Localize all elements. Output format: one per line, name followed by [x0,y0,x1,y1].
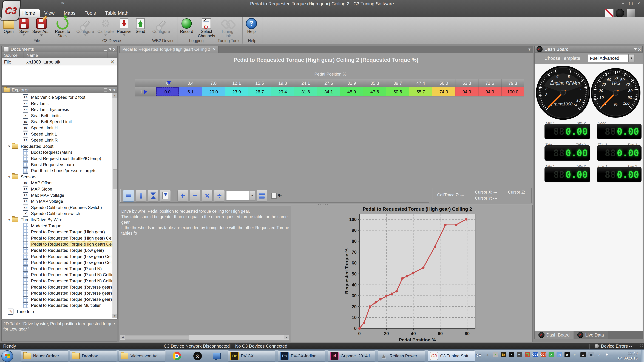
expand-chevron-icon[interactable]: ∨ [8,144,10,148]
taskbar-folder-neuer-ordner[interactable]: Neuer Ordner [21,351,68,362]
explorer-close-icon[interactable]: x [113,88,116,92]
taskbar-app-c3-tuning-soft-[interactable]: C3C3 Tuning Soft... [428,351,475,362]
tree-item[interactable]: 1:0Seat Belt Speed Limit [23,119,73,125]
tree-item[interactable]: 1:0MAP Slope [23,186,53,192]
column-header-63.8[interactable]: 63.8 [455,79,478,87]
value-cell-15.5[interactable]: 26.7 [248,87,271,96]
column-header-27.6[interactable]: 27.6 [317,79,340,87]
tree-item[interactable]: Modeled Torque [23,223,62,229]
receive-button[interactable]: Receive [116,18,133,36]
taskbar-app-pv-cx[interactable]: BrPV CX [228,351,275,362]
taskbar-folder-videos-von-ad-[interactable]: Videos von Ad... [118,351,166,362]
tree-item[interactable]: Boost Request vs baro [23,162,75,168]
record-button[interactable]: Record [178,18,195,34]
creative-cloud-icon[interactable]: ∞ [517,352,522,358]
explorer-restore-icon[interactable] [104,88,107,91]
tree-item[interactable]: Pedal to Requested Torque (High gear) Ce… [23,235,112,241]
explorer-pin-icon[interactable] [110,89,111,91]
multiply-button[interactable]: × [202,190,212,202]
quick-access-icon[interactable]: ≡▾ [60,1,66,5]
tree-item[interactable]: 1:0Min MAP voltage [23,198,64,204]
tree-item[interactable]: 1:0Speedo Calibration (Requires Switch) [23,205,103,211]
add-button[interactable]: + [178,190,188,202]
tree-item[interactable]: 1:0Speed Limit H [23,125,59,131]
tree-item[interactable]: ∨Sensors [8,174,37,180]
scroll-down-icon[interactable]: ▼ [112,314,117,318]
chrome-icon[interactable] [173,352,181,360]
hscrollbar-thumb[interactable] [125,335,189,340]
save-as--button[interactable]: Save As... [32,18,51,36]
start-button[interactable] [2,350,13,362]
tree-item[interactable]: 1:0MAP Offset [23,180,54,186]
tree-item[interactable]: Boost Request (post throttle/IC temp) [23,156,102,162]
column-header-24.1[interactable]: 24.1 [294,79,317,87]
fill-down-button[interactable] [160,190,171,202]
tree-item[interactable]: 1:0Speed Limit R [23,137,59,143]
interpolate-2d-button[interactable] [148,190,158,202]
web-chart-icon[interactable] [605,9,614,17]
value-cell-27.6[interactable]: 34.1 [317,87,340,96]
tree-item[interactable]: Pedal to Requested Torque (Reverse gear)… [23,296,112,302]
tree-item[interactable]: Pedal to Requested Torque (Low gear) [23,247,105,253]
tree-item[interactable]: 1:0Max MAP voltage [23,192,65,198]
value-cell-7.8[interactable]: 20.0 [202,87,225,96]
column-header-79.3[interactable]: 79.3 [501,79,524,87]
web-gauge-icon[interactable] [616,9,624,17]
column-header-3.4[interactable]: 3.4 [179,79,202,87]
tree-item[interactable]: ✓Speedo Calibration switch [23,211,81,217]
documents-close-icon[interactable]: x [113,47,116,51]
c3-logo-icon[interactable]: C3 [0,0,21,20]
percent-toggle[interactable]: % [271,193,282,199]
interpolate-horizontal-button[interactable] [123,190,134,202]
dashboard-close-icon[interactable]: x [638,47,641,51]
value-combo-input[interactable]: ▼ [226,191,255,200]
dual-display-icon[interactable]: ❐ [525,352,530,358]
tree-item[interactable]: Pedal to Requested Torque (Reverse gear) [23,284,112,290]
send-button[interactable]: Send [133,18,148,34]
menu-tab-tools[interactable]: Tools [80,9,100,17]
save-button[interactable]: Save [16,18,32,36]
value-cell-35.3[interactable]: 47.8 [363,87,386,96]
description-hscrollbar[interactable]: ◀ ▶ [120,335,289,340]
scroll-right-icon[interactable]: ▶ [284,335,289,339]
column-header-15.5[interactable]: 15.5 [248,79,271,87]
reset-to-stock-button[interactable]: Reset to Stock [51,18,74,38]
value-cell-39.7[interactable]: 50.6 [386,87,409,96]
tree-item[interactable]: Pedal to Requested Torque (P and N) Ceil… [23,278,112,284]
column-header-7.8[interactable]: 7.8 [202,79,225,87]
value-cell-3.4[interactable]: 5.1 [179,87,202,96]
document-tab[interactable]: Pedal to Requested Torque (High gear) Ce… [120,46,218,53]
network-status-icon[interactable]: ▣ [588,352,594,358]
cc4-icon[interactable]: CC4 [540,352,546,358]
expand-chevron-icon[interactable]: ∨ [8,218,10,222]
sync-ok-icon[interactable]: ✓ [548,352,554,358]
taskbar-app-gripone-2014-i-[interactable]: IdGripone_2014.i... [328,351,375,362]
media-player-icon[interactable]: ⊘ [193,352,202,360]
tree-item[interactable]: 1:0Max Vehicle Speed for 2 foot [23,94,86,100]
value-cell-31.9[interactable]: 45.9 [340,87,363,96]
tree-item[interactable]: ∨Requested Boost [8,143,54,149]
action-center-icon[interactable]: ⚑ [604,352,610,358]
close-button[interactable]: × [635,1,642,6]
tree-item[interactable]: Pedal to Requested Torque (Low gear) Cei… [23,254,112,260]
combo-dropdown-icon[interactable]: ▼ [249,191,255,200]
value-cell-19.8[interactable]: 29.4 [271,87,294,96]
column-header-19.8[interactable]: 19.8 [271,79,294,87]
scrollbar-thumb[interactable] [112,169,117,189]
adobe-bridge-tray-icon[interactable]: Br [501,352,506,358]
percent-checkbox[interactable] [271,193,276,199]
tree-item[interactable]: ✓Seat Belt Limits [23,113,62,119]
taskbar-app-reflash-power-[interactable]: ▲Reflash Power ... [378,351,425,362]
row-header[interactable]: 1 [135,87,156,96]
device-icon[interactable] [627,9,635,17]
tree-item[interactable]: Pedal to Requested Torque (High gear) [23,229,106,235]
column-header-56.0[interactable]: 56.0 [432,79,455,87]
explorer-scrollbar[interactable]: ▲ ▼ [112,93,117,318]
taskbar-folder-dropbox[interactable]: Dropbox [70,351,117,362]
volume-icon[interactable]: ♪ [596,352,602,358]
menu-tab-home[interactable]: Home [18,9,40,17]
taskbar-clock[interactable]: 12:53 04.09.2016 [618,350,638,361]
menu-tab-view[interactable]: View [40,9,59,17]
column-header-12.1[interactable]: 12.1 [225,79,248,87]
column-header-31.9[interactable]: 31.9 [340,79,363,87]
